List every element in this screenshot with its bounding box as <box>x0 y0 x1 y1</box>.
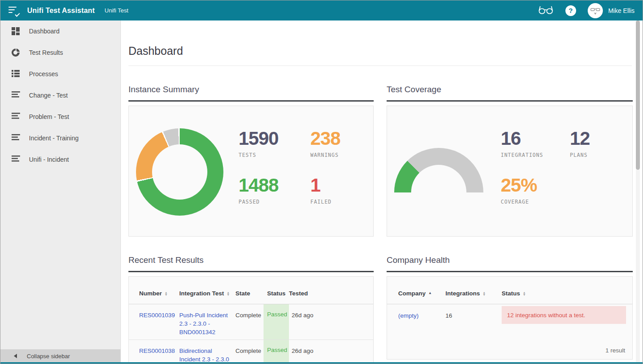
column-header-label: Company <box>398 290 426 297</box>
sidebar-item-change-test[interactable]: Change - Test <box>0 85 120 106</box>
company-health-card: Company ▲ Integrations ▲▼ Status ▲▼ <box>387 276 633 360</box>
app-subtitle: Unifi Test <box>105 7 128 14</box>
sort-icon[interactable]: ▲▼ <box>227 291 230 296</box>
stat-label: PLANS <box>570 152 590 158</box>
sidebar-item-label: Test Results <box>29 49 63 56</box>
column-header-company[interactable]: Company ▲ <box>398 290 445 297</box>
help-icon[interactable]: ? <box>565 5 576 16</box>
stat-value: 1488 <box>239 175 310 196</box>
table-row: RES0001038 Bidirectional Incident 2.3 - … <box>129 340 373 364</box>
column-header-label: Status <box>267 290 285 297</box>
stat-value: 1 <box>310 175 340 196</box>
column-header-label: Status <box>502 290 520 297</box>
result-number-link[interactable]: RES0001039 <box>139 312 175 319</box>
dashboard-icon <box>12 27 21 35</box>
tests-donut-chart <box>136 128 223 216</box>
list-icon <box>12 70 21 78</box>
column-header-integration-test[interactable]: Integration Test ▲▼ <box>179 290 235 297</box>
sidebar-item-problem-test[interactable]: Problem - Test <box>0 106 120 127</box>
integration-test-link[interactable]: Push-Pull Incident 2.3 - 2.3.0 - BND0001… <box>179 312 228 335</box>
column-header-label: Tested <box>289 290 308 297</box>
table-header-row: Company ▲ Integrations ▲▼ Status ▲▼ <box>387 277 632 304</box>
sort-icon[interactable]: ▲▼ <box>165 291 168 296</box>
column-header-state[interactable]: State <box>235 290 264 297</box>
stat-failed: 1 FAILED <box>310 175 340 205</box>
section-title: Instance Summary <box>128 85 374 94</box>
health-status-badge: 12 integrations without a test. <box>502 306 626 324</box>
column-header-number[interactable]: Number ▲▼ <box>139 290 179 297</box>
sidebar-item-unifi-incident[interactable]: Unifi - Incident <box>0 149 120 170</box>
sidebar-item-incident-training[interactable]: Incident - Training <box>0 127 120 149</box>
sidebar-item-label: Unifi - Incident <box>29 156 69 163</box>
scrollbar-thumb[interactable] <box>636 20 640 170</box>
stat-label: PASSED <box>239 199 310 205</box>
coverage-gauge-wrap <box>394 148 483 192</box>
section-rule <box>387 271 633 272</box>
integrations-cell: 16 <box>445 304 502 324</box>
column-header-label: State <box>235 290 250 297</box>
instance-summary-section: Instance Summary 1590 TESTS 238 WARNINGS <box>128 66 374 237</box>
top-bar: Unifi Test Assistant Unifi Test ? <box>0 0 643 20</box>
stat-label: WARNINGS <box>310 152 340 158</box>
sidebar-item-processes[interactable]: Processes <box>0 63 120 85</box>
column-header-label: Integration Test <box>179 290 224 297</box>
sidebar: Dashboard Test Results Processes <box>0 20 121 364</box>
menu-check-icon[interactable] <box>8 6 20 16</box>
collapse-sidebar-button[interactable]: Collapse sidebar <box>0 349 120 363</box>
user-name: Mike Ellis <box>608 7 635 14</box>
stat-passed: 1488 PASSED <box>239 175 310 205</box>
column-header-label: Number <box>139 290 162 297</box>
stat-value: 16 <box>501 128 570 149</box>
recent-test-results-section: Recent Test Results Number ▲▼ Integratio… <box>128 237 374 364</box>
stat-coverage: 25% COVERAGE <box>501 175 570 205</box>
section-rule <box>128 100 374 102</box>
sort-ascending-icon[interactable]: ▲ <box>429 291 432 295</box>
stat-label: FAILED <box>310 199 340 205</box>
sort-icon[interactable]: ▲▼ <box>482 291 486 296</box>
process-lines-icon <box>12 91 21 99</box>
test-coverage-card: 16 INTEGRATIONS 12 PLANS 25% COVERAGE <box>387 106 633 237</box>
sidebar-item-label: Dashboard <box>29 28 60 35</box>
sidebar-item-label: Change - Test <box>29 92 68 99</box>
sidebar-item-label: Processes <box>29 70 58 78</box>
column-header-label: Integrations <box>445 290 480 297</box>
vertical-scrollbar[interactable] <box>636 20 640 364</box>
section-title: Recent Test Results <box>128 255 374 265</box>
sidebar-item-test-results[interactable]: Test Results <box>0 42 120 63</box>
avatar[interactable] <box>588 3 603 18</box>
stat-value: 25% <box>501 175 570 196</box>
table-row: (empty) 16 12 integrations without a tes… <box>387 304 632 324</box>
process-lines-icon <box>12 134 21 142</box>
sidebar-item-label: Problem - Test <box>29 113 69 120</box>
status-cell: Passed <box>264 304 289 339</box>
column-header-tested[interactable]: Tested <box>289 290 314 297</box>
stat-value: 238 <box>310 128 340 149</box>
coverage-gauge-chart <box>394 148 483 192</box>
collapse-sidebar-label: Collapse sidebar <box>27 353 70 360</box>
integration-test-link[interactable]: Bidirectional Incident 2.3 - 2.3.0 <box>179 348 229 363</box>
app-title: Unifi Test Assistant <box>27 7 95 15</box>
result-number-link[interactable]: RES0001038 <box>139 348 175 354</box>
page-title: Dashboard <box>128 45 632 57</box>
recent-test-results-card: Number ▲▼ Integration Test ▲▼ State Stat… <box>128 276 374 364</box>
result-count: 1 result <box>606 347 625 354</box>
sort-icon[interactable]: ▲▼ <box>523 291 526 296</box>
stat-value: 1590 <box>239 128 310 149</box>
column-header-integrations[interactable]: Integrations ▲▼ <box>445 290 502 297</box>
state-cell: Complete <box>235 304 264 339</box>
stat-label: COVERAGE <box>501 199 570 205</box>
app-window: Unifi Test Assistant Unifi Test ? <box>0 0 643 364</box>
pie-chart-icon <box>12 49 21 57</box>
status-cell: Passed <box>264 340 289 364</box>
column-header-status[interactable]: Status <box>264 290 289 297</box>
glasses-icon[interactable] <box>538 5 554 16</box>
process-lines-icon <box>12 113 21 121</box>
column-header-status[interactable]: Status ▲▼ <box>502 290 626 297</box>
table-row: RES0001039 Push-Pull Incident 2.3 - 2.3.… <box>129 304 373 340</box>
sidebar-item-dashboard[interactable]: Dashboard <box>0 20 120 42</box>
stat-label: TESTS <box>239 152 310 158</box>
section-title: Company Health <box>387 255 633 265</box>
stat-tests: 1590 TESTS <box>239 128 310 158</box>
company-link[interactable]: (empty) <box>398 312 419 319</box>
stat-plans: 12 PLANS <box>570 128 590 158</box>
